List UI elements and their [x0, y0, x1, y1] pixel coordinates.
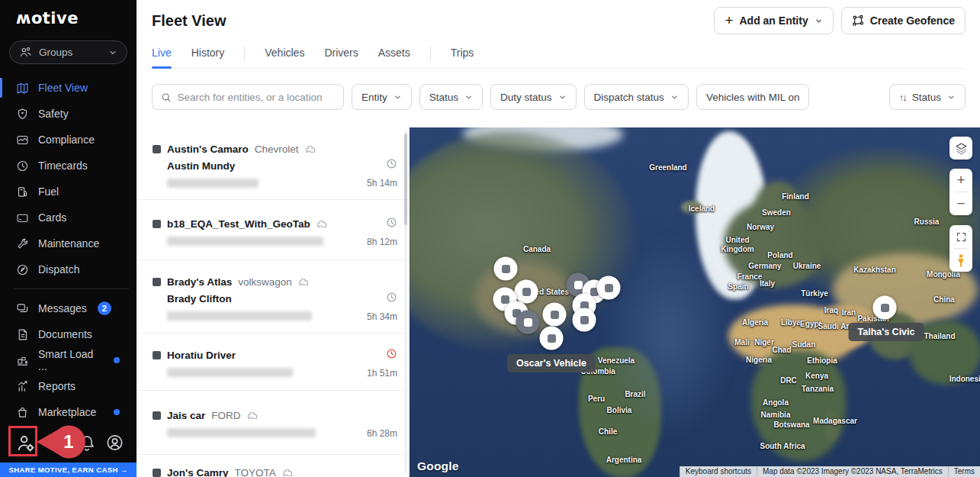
status-filter[interactable]: Status [419, 84, 483, 110]
vehicle-label[interactable]: Oscar's Vehicle [507, 354, 596, 372]
search-icon [161, 92, 172, 103]
chevron-down-icon [670, 93, 679, 102]
vehicle-square-icon [153, 411, 161, 420]
sidebar-item-marketplace[interactable]: Marketplace [0, 399, 137, 425]
share-motive-banner[interactable]: SHARE MOTIVE, EARN CASH → [0, 462, 137, 477]
map-view-control [949, 225, 972, 272]
vehicle-maker: volkswagon [238, 276, 292, 288]
redacted-address [167, 179, 259, 188]
zoom-out-button[interactable]: − [949, 192, 972, 215]
chevron-down-icon [108, 48, 117, 57]
map-country-label: Türkiye [801, 289, 828, 298]
tab-live[interactable]: Live [152, 47, 172, 68]
header-top-row: Fleet View + Add an Entity Create Geofen… [137, 0, 980, 34]
vehicle-cluster-marker[interactable] [515, 280, 538, 304]
sidebar-item-fuel[interactable]: Fuel [0, 179, 137, 205]
redacted-address [167, 368, 293, 377]
map-data-credit: Map data ©2023 Imagery ©2023 NASA, Terra… [757, 466, 948, 477]
keyboard-shortcuts-link[interactable]: Keyboard shortcuts [680, 466, 757, 477]
map-ocean-highlight [604, 234, 734, 440]
dispatch-status-filter[interactable]: Dispatch status [584, 84, 689, 110]
entity-filter[interactable]: Entity [352, 84, 412, 110]
vehicle-cluster-marker[interactable] [597, 276, 621, 300]
tab-assets[interactable]: Assets [378, 47, 410, 68]
search-box[interactable] [152, 84, 344, 110]
vehicle-square-icon [153, 145, 161, 153]
shield-icon [16, 108, 29, 121]
sidebar-item-cards[interactable]: Cards [0, 205, 137, 230]
vehicle-name: Brady's Atlas [167, 276, 232, 288]
chevron-down-icon [394, 93, 402, 102]
sidebar-item-compliance[interactable]: Compliance [0, 127, 137, 153]
redacted-address [167, 311, 312, 321]
search-input[interactable] [178, 92, 335, 103]
vehicle-cluster-marker[interactable] [540, 327, 564, 350]
vehicle-name: Jon's Camry [167, 467, 229, 477]
sort-button[interactable]: ↑↓ Status [889, 84, 966, 110]
vehicle-row[interactable]: b18_EQA_Test_With_GeoTab 8h 12m [137, 200, 409, 260]
map-zoom-control: + − [949, 169, 972, 215]
engine-icon [298, 277, 310, 287]
map-icon [16, 82, 29, 95]
vehicle-row[interactable]: Brady's Atlas volkswagon Brady Clifton 5… [137, 260, 409, 334]
header-buttons: + Add an Entity Create Geofence [714, 7, 966, 34]
groups-selector[interactable]: Groups [9, 40, 127, 64]
vehicle-row[interactable]: Horatiu Driver 1h 51m [137, 334, 409, 391]
vehicle-maker: Chevrolet [255, 143, 299, 155]
duration-clock-icon [386, 158, 397, 169]
annotation-highlight-box [8, 426, 37, 456]
tab-drivers[interactable]: Drivers [324, 47, 358, 68]
vehicle-row[interactable]: Austin's Camaro Chevrolet Austin Mundy 5… [137, 127, 409, 200]
sidebar-item-documents[interactable]: Documents [0, 321, 137, 347]
account-icon[interactable] [105, 432, 124, 453]
motive-logo: ʍotive [0, 0, 137, 27]
vehicle-cluster-marker[interactable] [516, 311, 540, 334]
add-entity-label: Add an Entity [739, 15, 808, 27]
duty-status-filter[interactable]: Duty status [490, 84, 577, 110]
sidebar-item-label: Maintenance [38, 237, 99, 250]
vehicle-cluster-marker[interactable] [543, 303, 567, 327]
filter-bar: Entity Status Duty status Dispatch statu… [137, 69, 980, 110]
terms-link[interactable]: Terms [948, 466, 980, 477]
sidebar-item-messages[interactable]: Messages 2 [0, 295, 137, 321]
layers-button[interactable] [949, 137, 972, 160]
fuel-pump-icon [16, 185, 29, 198]
vehicle-list: Austin's Camaro Chevrolet Austin Mundy 5… [137, 127, 410, 477]
duration-clock-icon [386, 217, 397, 228]
tab-separator [430, 47, 431, 60]
scrollbar-thumb[interactable] [404, 134, 407, 225]
vehicle-row[interactable]: Jon's Camry TOYOTA [137, 455, 409, 477]
sidebar-item-fleet-view[interactable]: Fleet View [0, 75, 137, 101]
vehicle-cluster-marker[interactable] [494, 257, 518, 281]
duration: 5h 14m [367, 178, 397, 189]
vehicle-name: Jais car [167, 410, 205, 421]
tab-vehicles[interactable]: Vehicles [265, 47, 304, 68]
sidebar-item-maintenance[interactable]: Maintenance [0, 230, 137, 256]
status-filter-label: Status [429, 92, 458, 103]
create-geofence-button[interactable]: Create Geofence [841, 7, 966, 34]
add-entity-button[interactable]: + Add an Entity [714, 7, 833, 34]
sidebar-item-dispatch[interactable]: Dispatch [0, 256, 137, 282]
sidebar-divider [14, 288, 129, 289]
vehicle-name: b18_EQA_Test_With_GeoTab [167, 218, 310, 230]
tab-history[interactable]: History [191, 47, 225, 68]
chevron-down-icon [947, 93, 956, 102]
sidebar-item-safety[interactable]: Safety [0, 101, 137, 127]
vehicle-row[interactable]: Jais car FORD 6h 28m [137, 391, 409, 455]
vehicle-cluster-marker[interactable] [873, 296, 897, 320]
street-view-pegman[interactable] [949, 249, 972, 272]
vehicle-cluster-marker[interactable] [573, 308, 596, 332]
fullscreen-button[interactable] [949, 225, 972, 248]
vehicle-label[interactable]: Talha's Civic [849, 323, 924, 341]
sidebar-item-smart-load[interactable]: Smart Load ... [0, 347, 137, 373]
smart-load-icon [16, 354, 29, 367]
zoom-in-button[interactable]: + [949, 169, 972, 192]
mil-filter[interactable]: Vehicles with MIL on [696, 84, 810, 110]
sidebar-item-timecards[interactable]: Timecards [0, 153, 137, 179]
tab-trips[interactable]: Trips [451, 47, 474, 68]
map[interactable]: GreenlandIcelandCanadaRussiaUnited State… [410, 127, 980, 477]
sidebar-item-reports[interactable]: Reports [0, 373, 137, 399]
chevron-down-icon [558, 93, 567, 102]
dispatch-icon [16, 263, 29, 276]
fullscreen-icon [956, 231, 967, 243]
